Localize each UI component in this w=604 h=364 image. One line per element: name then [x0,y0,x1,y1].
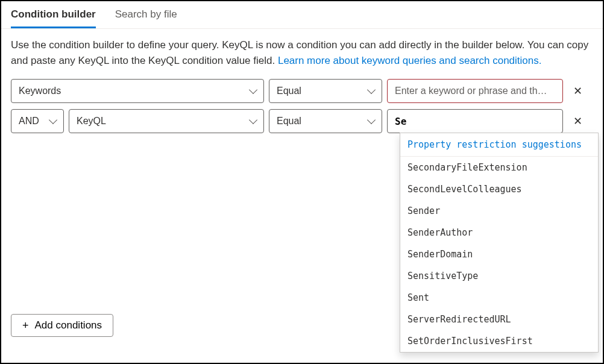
property-dropdown[interactable]: Keywords [11,79,264,103]
suggestion-item[interactable]: SenderDomain [400,243,598,265]
add-conditions-button[interactable]: + Add conditions [11,314,113,337]
condition-row: Keywords Equal ✕ [11,79,593,103]
suggestions-header: Property restriction suggestions [400,133,598,157]
condition-row: AND KeyQL Equal ✕ Property restriction s… [11,109,593,133]
remove-condition-button[interactable]: ✕ [568,109,587,133]
suggestion-item[interactable]: ServerRedirectedURL [400,309,598,330]
value-input-wrapper [387,109,563,133]
tabs-container: Condition builder Search by file [1,1,603,29]
operator-dropdown[interactable]: Equal [269,79,382,103]
plus-icon: + [22,320,29,331]
close-icon: ✕ [573,86,582,96]
suggestion-item[interactable]: SenderAuthor [400,222,598,243]
add-conditions-label: Add conditions [35,319,102,331]
remove-condition-button[interactable]: ✕ [568,79,587,103]
operator-dropdown[interactable]: Equal [269,109,382,133]
suggestion-item[interactable]: SecondaryFileExtension [400,157,598,178]
property-dropdown[interactable]: KeyQL [69,109,264,133]
tab-condition-builder[interactable]: Condition builder [11,8,96,28]
value-input[interactable] [395,116,555,127]
tab-search-by-file[interactable]: Search by file [115,8,177,28]
chevron-down-icon [367,116,376,124]
logical-operator-dropdown[interactable]: AND [11,109,64,133]
chevron-down-icon [249,116,257,124]
description-text: Use the condition builder to define your… [1,29,603,73]
condition-builder: Keywords Equal ✕ AND KeyQL Equal [1,73,603,145]
operator-value: Equal [277,86,301,96]
operator-value: Equal [277,116,301,127]
suggestion-item[interactable]: Sent [400,287,598,309]
suggestions-dropdown: Property restriction suggestions Seconda… [400,133,599,353]
suggestion-item[interactable]: SensitiveType [400,265,598,287]
chevron-down-icon [49,116,57,124]
value-input[interactable] [395,86,555,96]
logical-value: AND [19,116,39,127]
suggestion-item[interactable]: SecondLevelColleagues [400,178,598,200]
close-icon: ✕ [573,116,582,127]
value-input-wrapper [387,79,563,103]
suggestion-item[interactable]: Sender [400,200,598,222]
suggestion-item[interactable]: SetOrderInclusivesFirst [400,330,598,352]
chevron-down-icon [367,86,376,94]
property-value: Keywords [19,86,61,96]
property-value: KeyQL [77,116,106,127]
chevron-down-icon [249,86,257,94]
learn-more-link[interactable]: Learn more about keyword queries and sea… [278,55,542,66]
